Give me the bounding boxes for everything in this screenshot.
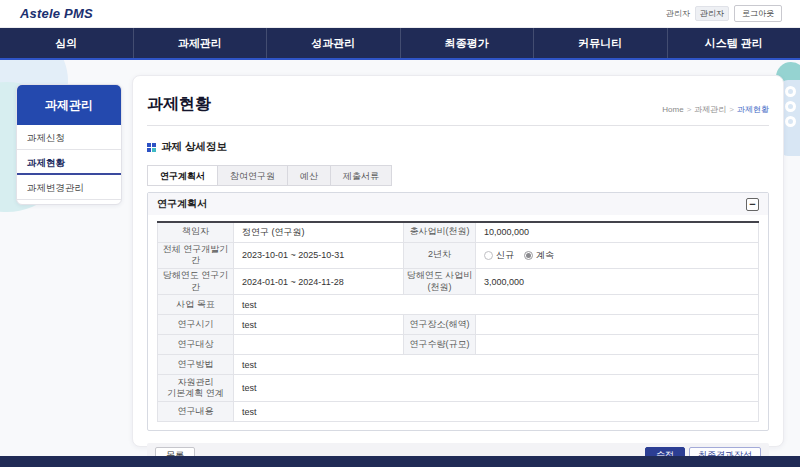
- final-result-button[interactable]: 최종결과작성: [689, 447, 761, 456]
- row-value: [476, 335, 759, 355]
- tab-2[interactable]: 예산: [287, 165, 331, 186]
- logout-button[interactable]: 로그아웃: [734, 5, 782, 22]
- edit-button[interactable]: 수정: [645, 447, 685, 456]
- content-area: 과제관리 과제신청과제현황과제변경관리 과제현황 Home>과제관리>과제현황 …: [0, 60, 800, 456]
- breadcrumb-item-1[interactable]: 과제관리: [694, 105, 726, 114]
- row-label: 전체 연구개발기간: [158, 242, 234, 268]
- breadcrumb-separator: >: [687, 105, 692, 114]
- sidebar-item-2[interactable]: 과제변경관리: [17, 175, 121, 200]
- nav-item-3[interactable]: 최종평가: [400, 28, 534, 58]
- table-row: 사업 목표test: [158, 295, 759, 315]
- radio-option-label: 계속: [536, 249, 554, 262]
- section-header: 과제 상세정보: [147, 140, 769, 154]
- table-row: 자원관리 기본계획 연계test: [158, 375, 759, 402]
- collapse-button[interactable]: −: [746, 198, 759, 211]
- radio-icon[interactable]: [524, 251, 533, 260]
- table-row: 연구내용test: [158, 402, 759, 422]
- app-logo[interactable]: Astele PMS: [20, 6, 93, 21]
- row-label: 자원관리 기본계획 연계: [158, 375, 234, 402]
- radio-icon[interactable]: [484, 251, 493, 260]
- breadcrumb-item-0[interactable]: Home: [662, 105, 683, 114]
- user-role-badge: 관리자: [695, 6, 729, 21]
- row-label: 당해연도 사업비(천원): [404, 268, 476, 294]
- table-row: 연구시기test연구장소(해역): [158, 315, 759, 335]
- right-buttons: 수정 최종결과작성: [645, 447, 761, 456]
- nav-item-0[interactable]: 심의: [0, 28, 133, 58]
- row-value: test: [234, 355, 759, 375]
- tab-0[interactable]: 연구계획서: [147, 165, 218, 186]
- radio-group: 신규계속: [484, 249, 750, 262]
- title-divider: [147, 125, 769, 126]
- ring-icon: [785, 86, 796, 97]
- title-row: 과제현황 Home>과제관리>과제현황: [147, 94, 769, 115]
- sidebar-item-0[interactable]: 과제신청: [17, 125, 121, 150]
- row-value: [234, 335, 404, 355]
- section-title: 과제 상세정보: [161, 140, 227, 154]
- breadcrumb: Home>과제관리>과제현황: [662, 104, 769, 115]
- tab-1[interactable]: 참여연구원: [217, 165, 288, 186]
- radio-option-label: 신규: [496, 249, 514, 262]
- action-bar: 목록 수정 최종결과작성: [147, 443, 769, 456]
- row-label: 연구시기: [158, 315, 234, 335]
- row-value: test: [234, 315, 404, 335]
- row-value: [476, 315, 759, 335]
- row-label: 연구내용: [158, 402, 234, 422]
- row-value: 정연구 (연구원): [234, 222, 404, 242]
- row-value: 2024-01-01 ~ 2024-11-28: [234, 268, 404, 294]
- screen: Astele PMS 관리자 관리자 로그아웃 심의과제관리성과관리최종평가커뮤…: [0, 0, 800, 467]
- ring-icon: [785, 101, 796, 112]
- top-bar: Astele PMS 관리자 관리자 로그아웃: [0, 0, 800, 28]
- user-area: 관리자 관리자 로그아웃: [666, 5, 782, 22]
- row-label: 연구장소(해역): [404, 315, 476, 335]
- tab-3[interactable]: 제출서류: [330, 165, 392, 186]
- nav-item-1[interactable]: 과제관리: [133, 28, 267, 58]
- panel-title: 연구계획서: [157, 197, 207, 211]
- sidebar-menu: 과제신청과제현황과제변경관리: [17, 125, 121, 200]
- radio-cell: 신규계속: [476, 242, 759, 268]
- table-row: 연구방법test: [158, 355, 759, 375]
- row-label: 연구대상: [158, 335, 234, 355]
- page-title: 과제현황: [147, 94, 211, 115]
- row-label: 2년차: [404, 242, 476, 268]
- content-card: 과제현황 Home>과제관리>과제현황 과제 상세정보 연구계획서참여연구원예산…: [132, 75, 784, 447]
- table-row: 당해연도 연구기간2024-01-01 ~ 2024-11-28당해연도 사업비…: [158, 268, 759, 294]
- panel-header: 연구계획서 −: [148, 193, 768, 215]
- row-value: 3,000,000: [476, 268, 759, 294]
- row-label: 총사업비(천원): [404, 222, 476, 242]
- row-label: 연구수량(규모): [404, 335, 476, 355]
- row-value: test: [234, 402, 759, 422]
- panel-body: 책임자정연구 (연구원)총사업비(천원)10,000,000전체 연구개발기간2…: [148, 215, 768, 430]
- list-button[interactable]: 목록: [155, 447, 195, 456]
- table-row: 전체 연구개발기간2023-10-01 ~ 2025-10-312년차신규계속: [158, 242, 759, 268]
- table-row: 연구대상연구수량(규모): [158, 335, 759, 355]
- sidebar: 과제관리 과제신청과제현황과제변경관리: [16, 84, 122, 205]
- sidebar-title: 과제관리: [17, 85, 121, 125]
- nav-item-4[interactable]: 커뮤니티: [533, 28, 667, 58]
- ring-icon: [785, 116, 796, 127]
- row-value: test: [234, 375, 759, 402]
- user-label: 관리자: [666, 8, 690, 19]
- breadcrumb-item-2[interactable]: 과제현황: [737, 105, 769, 114]
- tab-bar: 연구계획서참여연구원예산제출서류: [147, 165, 769, 186]
- main-nav: 심의과제관리성과관리최종평가커뮤니티시스템 관리: [0, 28, 800, 60]
- sidebar-item-1[interactable]: 과제현황: [17, 150, 121, 175]
- row-label: 사업 목표: [158, 295, 234, 315]
- row-value: 2023-10-01 ~ 2025-10-31: [234, 242, 404, 268]
- table-row: 책임자정연구 (연구원)총사업비(천원)10,000,000: [158, 222, 759, 242]
- detail-table: 책임자정연구 (연구원)총사업비(천원)10,000,000전체 연구개발기간2…: [157, 221, 759, 422]
- breadcrumb-separator: >: [729, 105, 734, 114]
- nav-item-2[interactable]: 성과관리: [266, 28, 400, 58]
- footer-bar: [0, 456, 800, 467]
- row-label: 책임자: [158, 222, 234, 242]
- row-value: test: [234, 295, 759, 315]
- research-plan-panel: 연구계획서 − 책임자정연구 (연구원)총사업비(천원)10,000,000전체…: [147, 192, 769, 431]
- row-value: 10,000,000: [476, 222, 759, 242]
- nav-item-5[interactable]: 시스템 관리: [667, 28, 800, 58]
- grid-squares-icon: [147, 143, 156, 152]
- row-label: 당해연도 연구기간: [158, 268, 234, 294]
- row-label: 연구방법: [158, 355, 234, 375]
